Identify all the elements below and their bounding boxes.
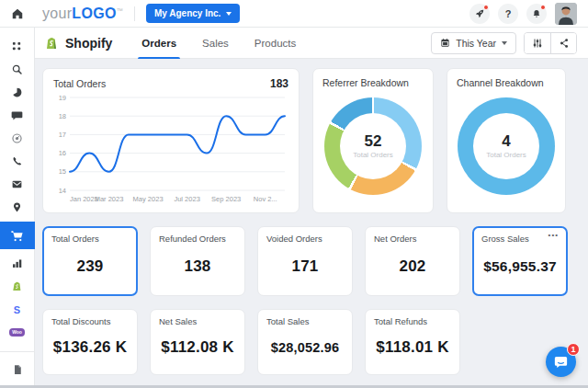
sidebar-item-documents[interactable] — [0, 358, 35, 381]
apps-grid-icon — [12, 41, 22, 51]
woocommerce-icon: Woo — [9, 328, 25, 337]
cart-icon — [10, 229, 24, 243]
stat-card-voided-orders[interactable]: Voided Orders 171 — [257, 226, 353, 296]
referrer-breakdown-card: Referrer Breakdown 52 Total Orders — [312, 68, 434, 213]
shopify-icon — [11, 280, 23, 292]
notifications-button[interactable] — [526, 4, 547, 24]
sidebar-item-shopify-active[interactable] — [0, 222, 35, 249]
stat-card-gross-sales[interactable]: ••• Gross Sales $56,955.37 — [472, 226, 568, 296]
donut-center-value: 52 — [365, 133, 382, 151]
svg-text:19: 19 — [59, 94, 66, 102]
share-button[interactable] — [550, 33, 576, 53]
whats-new-button[interactable] — [469, 4, 490, 24]
search-icon — [11, 63, 23, 75]
date-range-label: This Year — [456, 38, 496, 49]
channel-donut-chart: 4 Total Orders — [458, 97, 555, 195]
bar-chart-icon — [11, 257, 23, 269]
caret-down-icon — [226, 12, 232, 16]
sidebar-item-messages[interactable] — [0, 104, 35, 127]
dial-icon — [11, 132, 23, 144]
caret-down-icon — [502, 41, 507, 45]
chat-bubble-icon — [553, 354, 569, 370]
ellipsis-menu-icon[interactable]: ••• — [548, 231, 559, 239]
sidebar-item-shopify-app[interactable] — [0, 275, 35, 298]
tab-orders[interactable]: Orders — [129, 28, 189, 59]
location-pin-icon — [11, 201, 23, 213]
report-header: Shopify Orders Sales Products This Year — [35, 28, 588, 59]
agency-selector-label: My Agency Inc. — [154, 8, 220, 18]
report-tabs: Orders Sales Products — [129, 28, 309, 59]
stat-card-total-discounts[interactable]: Total Discounts $136.26 K — [42, 309, 138, 375]
chat-icon — [11, 109, 23, 121]
shopify-logo-icon — [44, 36, 59, 51]
brand-logo: yourLOGO™ — [42, 6, 123, 22]
svg-text:Jul 2023: Jul 2023 — [174, 195, 199, 203]
notification-dot — [540, 5, 546, 10]
svg-text:Nov 2...: Nov 2... — [254, 195, 277, 203]
svg-text:14: 14 — [59, 187, 66, 195]
svg-text:17: 17 — [59, 131, 66, 139]
sidebar-item-email[interactable] — [0, 173, 35, 196]
dashboard-content: Total Orders 183 191817161514Jan 2023Mar… — [35, 59, 588, 388]
total-orders-line-chart: 191817161514Jan 2023Mar 2023May 2023Jul … — [53, 92, 290, 204]
share-icon — [559, 38, 570, 49]
referrer-donut-chart: 52 Total Orders — [324, 97, 422, 195]
logo-divider — [134, 6, 135, 21]
pie-chart-icon — [11, 86, 23, 98]
tab-products[interactable]: Products — [242, 28, 309, 59]
stat-card-total-orders[interactable]: Total Orders 239 — [42, 226, 138, 296]
charts-row: Total Orders 183 191817161514Jan 2023Mar… — [42, 68, 581, 213]
sidebar-item-calls[interactable] — [0, 150, 35, 173]
sidebar-item-woocommerce[interactable]: Woo — [0, 321, 35, 344]
sidebar-item-analytics[interactable] — [0, 81, 35, 104]
home-icon[interactable] — [0, 2, 35, 25]
notification-dot — [483, 5, 489, 10]
chat-support-button[interactable]: 1 — [546, 347, 576, 377]
phone-icon — [11, 155, 23, 167]
tab-sales[interactable]: Sales — [189, 28, 242, 59]
total-orders-chart-card: Total Orders 183 191817161514Jan 2023Mar… — [42, 68, 300, 213]
sidebar-item-reports[interactable] — [0, 252, 35, 275]
stripe-icon: S — [14, 304, 20, 315]
stats-row-2: Total Discounts $136.26 K Net Sales $112… — [42, 309, 581, 375]
svg-text:Sep 2023: Sep 2023 — [211, 195, 241, 203]
mail-icon — [11, 178, 23, 190]
logo-prefix: your — [42, 6, 72, 22]
report-actions — [524, 32, 577, 54]
top-bar-actions: ? — [469, 3, 588, 25]
logo-suffix: LOGO — [72, 6, 116, 22]
stat-card-total-sales[interactable]: Total Sales $28,052.96 — [257, 309, 353, 375]
logo-trademark: ™ — [117, 7, 123, 14]
filters-button[interactable] — [525, 33, 550, 53]
stat-card-refunded-orders[interactable]: Refunded Orders 138 — [150, 226, 245, 296]
channel-breakdown-card: Channel Breakdown 4 Total Orders — [447, 68, 566, 213]
date-range-button[interactable]: This Year — [431, 32, 516, 54]
sidebar-item-locations[interactable] — [0, 196, 35, 219]
svg-text:May 2023: May 2023 — [133, 195, 164, 203]
sidebar-divider — [0, 351, 35, 352]
user-avatar[interactable] — [555, 3, 577, 25]
stats-row-1: Total Orders 239 Refunded Orders 138 Voi… — [42, 226, 581, 296]
sidebar-item-search[interactable] — [0, 58, 35, 81]
report-controls: This Year — [431, 32, 577, 54]
sidebar-item-apps[interactable] — [0, 35, 35, 58]
svg-text:Mar 2023: Mar 2023 — [95, 195, 124, 203]
stat-card-net-sales[interactable]: Net Sales $112.08 K — [150, 309, 245, 375]
sidebar-item-dial[interactable] — [0, 127, 35, 150]
help-button[interactable]: ? — [498, 4, 518, 24]
page-title: Shopify — [65, 36, 112, 51]
svg-text:16: 16 — [59, 149, 66, 157]
agency-selector-button[interactable]: My Agency Inc. — [146, 4, 240, 23]
stat-card-total-refunds[interactable]: Total Refunds $118.01 K — [365, 309, 460, 375]
main-area: Shopify Orders Sales Products This Year — [35, 28, 588, 388]
sidebar-item-stripe[interactable]: S — [0, 298, 35, 321]
sidebar: S Woo — [0, 28, 35, 388]
svg-text:18: 18 — [59, 112, 66, 120]
top-bar: yourLOGO™ My Agency Inc. ? — [0, 0, 588, 28]
calendar-icon — [440, 38, 450, 48]
dashboard-app: yourLOGO™ My Agency Inc. ? — [0, 0, 588, 388]
chart-total-value: 183 — [270, 77, 288, 90]
chat-unread-badge: 1 — [567, 343, 580, 356]
tune-filter-icon — [532, 38, 543, 49]
stat-card-net-orders[interactable]: Net Orders 202 — [365, 226, 460, 296]
